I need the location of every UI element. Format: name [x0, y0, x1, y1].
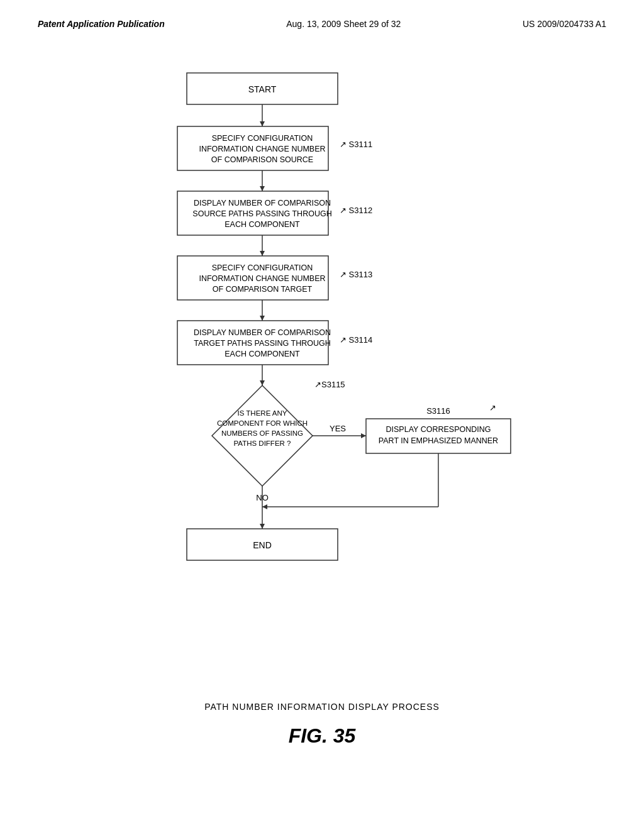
- s3111-line2: INFORMATION CHANGE NUMBER: [199, 145, 325, 153]
- s3112-line1: DISPLAY NUMBER OF COMPARISON: [194, 199, 331, 208]
- s3113-line2: INFORMATION CHANGE NUMBER: [199, 274, 325, 283]
- publication-label: Patent Application Publication: [38, 19, 165, 29]
- s3115-line2: COMPONENT FOR WHICH: [217, 419, 308, 427]
- svg-marker-24: [260, 524, 265, 529]
- svg-marker-11: [260, 316, 265, 321]
- s3113-line3: OF COMPARISON TARGET: [213, 285, 313, 294]
- svg-marker-8: [260, 251, 265, 256]
- start-text: START: [248, 84, 277, 94]
- s3111-line3: OF COMPARISON SOURCE: [211, 155, 313, 164]
- s3112-line3: EACH COMPONENT: [225, 220, 300, 229]
- s3114-line2: TARGET PATHS PASSING THROUGH: [194, 339, 330, 348]
- process-caption: PATH NUMBER INFORMATION DISPLAY PROCESS: [204, 702, 440, 712]
- svg-marker-14: [260, 380, 265, 385]
- no-label: NO: [256, 493, 269, 502]
- s3114-label: ↗ S3114: [340, 335, 372, 345]
- s3112-label: ↗ S3112: [340, 206, 372, 215]
- figure-label: FIG. 35: [289, 724, 356, 748]
- end-text: END: [253, 540, 272, 550]
- s3116-icon: ↗: [489, 403, 496, 412]
- s3116-line2: PART IN EMPHASIZED MANNER: [379, 436, 498, 445]
- page: Patent Application Publication Aug. 13, …: [0, 0, 644, 830]
- svg-marker-5: [260, 186, 265, 191]
- flowchart-svg: START SPECIFY CONFIGURATION INFORMATION …: [96, 54, 548, 683]
- s3116-line1: DISPLAY CORRESPONDING: [386, 425, 491, 434]
- s3115-line4: PATHS DIFFER ?: [234, 440, 291, 447]
- s3113-line1: SPECIFY CONFIGURATION: [212, 263, 313, 272]
- s3115-line1: IS THERE ANY: [237, 409, 287, 417]
- s3111-line1: SPECIFY CONFIGURATION: [212, 134, 313, 143]
- s3115-label: ↗S3115: [314, 380, 345, 389]
- svg-marker-17: [361, 433, 366, 438]
- yes-label: YES: [330, 424, 346, 433]
- diagram-area: START SPECIFY CONFIGURATION INFORMATION …: [0, 42, 644, 760]
- s3114-line1: DISPLAY NUMBER OF COMPARISON: [194, 328, 331, 337]
- svg-marker-2: [260, 121, 265, 126]
- s3113-label: ↗ S3113: [340, 270, 372, 279]
- date-sheet-label: Aug. 13, 2009 Sheet 29 of 32: [286, 19, 401, 29]
- header: Patent Application Publication Aug. 13, …: [0, 0, 644, 42]
- patent-number-label: US 2009/0204733 A1: [523, 19, 606, 29]
- s3112-line2: SOURCE PATHS PASSING THROUGH: [192, 209, 331, 218]
- s3116-label: S3116: [426, 406, 450, 416]
- s3111-label: ↗ S3111: [340, 140, 372, 149]
- s3115-line3: NUMBERS OF PASSING: [221, 429, 303, 437]
- svg-marker-21: [262, 504, 267, 509]
- s3114-line3: EACH COMPONENT: [225, 350, 300, 358]
